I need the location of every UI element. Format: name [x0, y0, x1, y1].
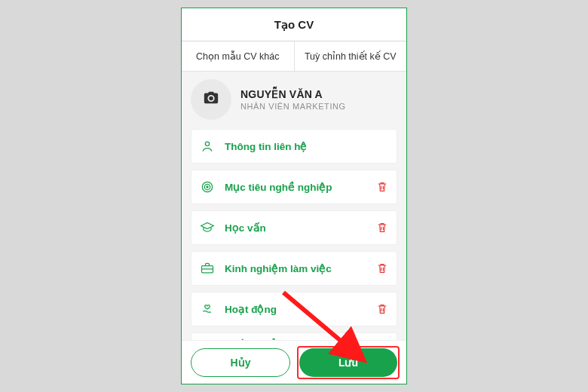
heart-hand-icon — [199, 301, 216, 317]
page-title: Tạo CV — [274, 18, 314, 32]
section-activity[interactable]: Hoạt động — [191, 292, 397, 326]
user-icon — [199, 138, 216, 155]
svg-point-0 — [205, 142, 209, 145]
section-label: Thông tin liên hệ — [225, 140, 389, 152]
trash-icon[interactable] — [375, 302, 389, 316]
section-label: Hoạt động — [225, 303, 366, 315]
button-label: Lưu — [338, 357, 358, 369]
avatar-upload[interactable] — [191, 79, 231, 120]
camera-icon — [203, 90, 219, 109]
trash-icon[interactable] — [375, 221, 389, 234]
profile-header: NGUYỄN VĂN A NHÂN VIÊN MARKETING — [191, 79, 397, 120]
content-scroll[interactable]: NGUYỄN VĂN A NHÂN VIÊN MARKETING Thông t… — [182, 72, 406, 340]
footer-bar: Hủy Lưu — [182, 340, 406, 384]
profile-job: NHÂN VIÊN MARKETING — [240, 102, 346, 111]
profile-text: NGUYỄN VĂN A NHÂN VIÊN MARKETING — [240, 88, 346, 111]
target-icon — [199, 179, 216, 195]
trash-icon[interactable] — [375, 180, 389, 194]
section-certificate[interactable]: Chứng chỉ — [191, 332, 397, 340]
section-label: Kinh nghiệm làm việc — [225, 262, 366, 274]
button-label: Hủy — [231, 357, 251, 369]
app-screen: Tạo CV Chọn mẫu CV khác Tuỳ chỉnh thiết … — [181, 8, 407, 384]
tab-label: Chọn mẫu CV khác — [196, 51, 279, 62]
trash-icon[interactable] — [375, 262, 389, 275]
profile-name: NGUYỄN VĂN A — [240, 88, 346, 100]
tab-customize-design[interactable]: Tuỳ chỉnh thiết kế CV — [295, 41, 407, 71]
section-label: Mục tiêu nghề nghiệp — [225, 181, 366, 193]
tab-choose-template[interactable]: Chọn mẫu CV khác — [182, 41, 295, 71]
section-label: Học vấn — [225, 222, 366, 234]
section-experience[interactable]: Kinh nghiệm làm việc — [191, 251, 397, 286]
title-bar: Tạo CV — [182, 8, 406, 41]
briefcase-icon — [199, 260, 216, 277]
section-education[interactable]: Học vấn — [191, 210, 397, 245]
tabs: Chọn mẫu CV khác Tuỳ chỉnh thiết kế CV — [182, 41, 406, 72]
section-contact[interactable]: Thông tin liên hệ — [191, 129, 397, 164]
section-objective[interactable]: Mục tiêu nghề nghiệp — [191, 170, 397, 204]
cancel-button[interactable]: Hủy — [191, 348, 290, 377]
svg-point-3 — [207, 186, 208, 188]
graduation-cap-icon — [199, 219, 216, 236]
tab-label: Tuỳ chỉnh thiết kế CV — [305, 51, 397, 62]
save-button[interactable]: Lưu — [299, 348, 397, 377]
